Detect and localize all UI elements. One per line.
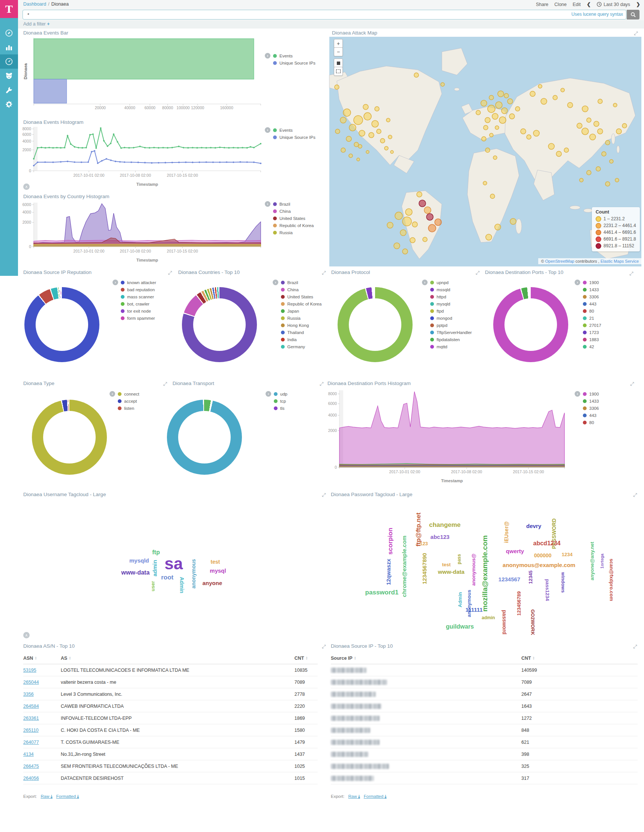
tagcloud-word[interactable]: chrome@example.com — [401, 536, 407, 597]
asn-link[interactable]: 265044 — [23, 680, 39, 685]
map-attack-circle[interactable] — [489, 133, 493, 137]
map-attack-circle[interactable] — [485, 148, 490, 152]
legend-item[interactable]: ftpd — [430, 307, 472, 315]
map-attack-circle[interactable] — [359, 130, 365, 136]
column-header[interactable]: AS▲▼ — [61, 656, 294, 661]
tagcloud-word[interactable]: www-data — [438, 569, 465, 574]
map-attack-circle[interactable] — [567, 102, 573, 108]
tagcloud-word[interactable]: Admin — [179, 577, 185, 593]
map-attack-circle[interactable] — [372, 120, 379, 127]
legend-item[interactable]: Events — [273, 126, 315, 134]
map-attack-circle[interactable] — [346, 136, 352, 141]
map-attack-circle[interactable] — [609, 160, 613, 163]
legend-item[interactable]: Unique Source IPs — [273, 59, 315, 66]
map-attack-circle[interactable] — [390, 150, 393, 154]
legend-item[interactable]: Hong Kong — [281, 322, 321, 329]
map-attack-circle[interactable] — [622, 123, 627, 128]
tagcloud-word[interactable]: Admin — [458, 592, 462, 607]
legend-item[interactable]: United States — [273, 214, 313, 222]
tagcloud-word[interactable]: 000000 — [534, 553, 552, 558]
map-attack-circle[interactable] — [369, 133, 374, 138]
map-attack-circle[interactable] — [428, 224, 436, 232]
bar-unique-ips[interactable] — [34, 79, 67, 103]
map-attack-circle[interactable] — [556, 151, 561, 157]
tagcloud-word[interactable]: abcd1234 — [533, 541, 561, 546]
legend-item[interactable]: Russia — [281, 315, 321, 322]
legend-item[interactable]: mysqld — [430, 300, 472, 307]
formatted-export-link[interactable]: Formatted ⤓ — [364, 794, 387, 798]
map-attack-circle[interactable] — [343, 109, 351, 116]
tagcloud-word[interactable]: guildwars — [446, 624, 474, 630]
tagcloud-word[interactable]: anonymous@ — [471, 554, 476, 586]
map-attack-circle[interactable] — [564, 148, 569, 152]
tagcloud-word[interactable]: 1234567 — [499, 576, 520, 582]
map-attack-circle[interactable] — [495, 126, 499, 130]
tagcloud-word[interactable]: anyone — [203, 580, 222, 586]
map-attack-circle[interactable] — [493, 156, 497, 160]
legend-item[interactable]: 80 — [583, 307, 601, 315]
legend-item[interactable]: Germany — [281, 343, 321, 350]
map-attack-circle[interactable] — [412, 222, 417, 227]
legend-toggle-icon[interactable]: › — [422, 280, 428, 285]
map-attack-circle[interactable] — [541, 98, 547, 104]
expand-icon[interactable]: ⤢ — [168, 270, 172, 275]
expand-icon[interactable]: ⤢ — [633, 644, 637, 649]
tagcloud-word[interactable]: 1234567890 — [422, 553, 427, 584]
legend-item[interactable]: TftpServerHandler — [430, 329, 472, 336]
tagcloud-word[interactable]: changeme — [429, 522, 460, 528]
legend-item[interactable]: China — [273, 208, 313, 214]
map-attack-circle[interactable] — [395, 212, 403, 219]
legend-item[interactable]: 3306 — [583, 405, 599, 412]
map-attack-circle[interactable] — [349, 124, 356, 131]
map-attack-circle[interactable] — [533, 130, 539, 136]
map-attack-circle[interactable] — [602, 152, 606, 156]
legend-item[interactable]: 443 — [583, 300, 601, 307]
raw-export-link[interactable]: Raw ⤓ — [40, 794, 52, 798]
map-attack-circle[interactable] — [521, 129, 526, 134]
legend-item[interactable]: 21 — [583, 315, 601, 322]
legend-item[interactable]: pptpd — [430, 322, 472, 329]
legend-item[interactable]: tls — [274, 405, 287, 412]
legend-item[interactable]: Brazil — [281, 279, 321, 286]
legend-item[interactable]: United States — [281, 293, 321, 300]
map-attack-circle[interactable] — [590, 134, 596, 140]
legend-item[interactable]: Republic of Korea — [273, 222, 313, 229]
donut-type[interactable] — [32, 400, 107, 475]
map-attack-circle[interactable] — [548, 143, 555, 149]
column-header[interactable]: CNT▲▼ — [294, 656, 318, 661]
column-header[interactable]: ASN▲▼ — [23, 656, 61, 661]
map-attack-circle[interactable] — [561, 88, 564, 92]
map-attack-circle[interactable] — [384, 146, 388, 150]
map-attack-circle[interactable] — [486, 234, 492, 240]
elastic-maps-link[interactable]: Elastic Maps Service — [601, 259, 639, 264]
asn-link[interactable]: 4134 — [23, 752, 34, 757]
map-zoom-out-button[interactable]: − — [334, 47, 343, 56]
donut-protocol[interactable] — [337, 287, 412, 362]
asn-link[interactable]: 264077 — [23, 740, 39, 745]
tagcloud-word[interactable]: mysqld — [129, 558, 149, 563]
map-zoom-in-button[interactable]: + — [334, 39, 343, 48]
legend-item[interactable]: mongod — [430, 315, 472, 322]
map-attack-circle[interactable] — [403, 249, 408, 254]
map-attack-circle[interactable] — [424, 207, 431, 214]
legend-item[interactable]: mass scanner — [121, 293, 156, 300]
expand-icon[interactable]: ⤢ — [634, 31, 638, 36]
map-attack-circle[interactable] — [530, 91, 535, 96]
map-attack-circle[interactable] — [427, 214, 433, 220]
tagcloud-word[interactable]: anonymous — [467, 590, 471, 618]
tagcloud-word[interactable]: 1234 — [562, 552, 573, 557]
legend-item[interactable]: 1723 — [583, 329, 601, 336]
legend-toggle-icon[interactable]: › — [110, 391, 115, 397]
legend-item[interactable]: form spammer — [121, 315, 156, 322]
map-attack-circle[interactable] — [586, 118, 591, 122]
map-attack-circle[interactable] — [377, 129, 381, 134]
map-attack-circle[interactable] — [363, 104, 368, 110]
map-attack-circle[interactable] — [495, 224, 501, 230]
bar-events[interactable] — [34, 38, 254, 79]
legend-item[interactable]: tor exit node — [121, 307, 156, 315]
map-attack-circle[interactable] — [481, 100, 487, 106]
map-attack-circle[interactable] — [606, 182, 610, 186]
map-attack-circle[interactable] — [582, 128, 588, 135]
map-attack-circle[interactable] — [613, 103, 617, 107]
map-attack-circle[interactable] — [388, 135, 392, 139]
